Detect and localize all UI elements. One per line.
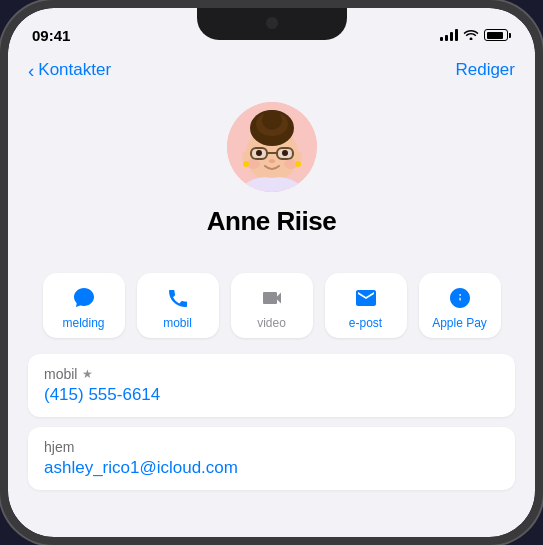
contact-section: Anne Riise [8, 92, 535, 257]
signal-icon [440, 29, 458, 41]
phone-detail-card: mobil ★ (415) 555-6614 [28, 354, 515, 417]
epost-button[interactable]: e-post [325, 273, 407, 338]
svg-point-12 [269, 159, 275, 163]
video-button[interactable]: video [231, 273, 313, 338]
email-label: hjem [44, 439, 499, 455]
nav-bar: ‹ Kontakter Rediger [8, 52, 535, 92]
wifi-icon [463, 28, 479, 43]
phone-frame: 09:41 [0, 0, 543, 545]
svg-point-10 [256, 150, 262, 156]
email-detail-card: hjem ashley_rico1@icloud.com [28, 427, 515, 490]
contact-details: mobil ★ (415) 555-6614 hjem ashley_rico1… [8, 354, 535, 490]
svg-text:$: $ [456, 289, 464, 305]
svg-point-17 [243, 161, 249, 167]
mobil-label: mobil [163, 316, 192, 330]
chevron-left-icon: ‹ [28, 61, 34, 80]
back-label: Kontakter [38, 60, 111, 80]
epost-label: e-post [349, 316, 382, 330]
status-icons [440, 28, 511, 43]
status-time: 09:41 [32, 27, 70, 44]
mail-icon [354, 285, 378, 311]
star-icon: ★ [82, 367, 93, 381]
notch [197, 8, 347, 40]
action-buttons: melding mobil video [8, 257, 535, 354]
melding-label: melding [62, 316, 104, 330]
video-icon [260, 285, 284, 311]
memoji-image [227, 102, 317, 192]
email-value[interactable]: ashley_rico1@icloud.com [44, 458, 499, 478]
contact-name: Anne Riise [207, 206, 336, 237]
video-label: video [257, 316, 286, 330]
camera [266, 17, 278, 29]
applepay-icon: $ [448, 285, 472, 311]
mobil-button[interactable]: mobil [137, 273, 219, 338]
applepay-label: Apple Pay [432, 316, 487, 330]
svg-point-4 [262, 110, 282, 130]
screen: 09:41 [8, 8, 535, 537]
back-button[interactable]: ‹ Kontakter [28, 60, 111, 80]
phone-label: mobil ★ [44, 366, 499, 382]
message-icon [72, 285, 96, 311]
svg-point-11 [282, 150, 288, 156]
applepay-button[interactable]: $ Apple Pay [419, 273, 501, 338]
phone-icon [166, 285, 190, 311]
avatar [227, 102, 317, 192]
battery-icon [484, 29, 511, 41]
melding-button[interactable]: melding [43, 273, 125, 338]
svg-point-18 [295, 161, 301, 167]
phone-value[interactable]: (415) 555-6614 [44, 385, 499, 405]
edit-button[interactable]: Rediger [455, 60, 515, 80]
